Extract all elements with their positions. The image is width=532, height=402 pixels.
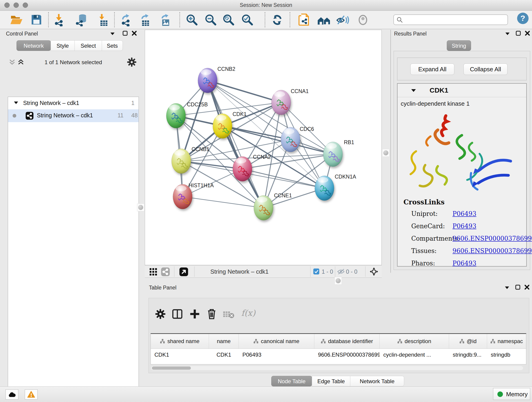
warning-icon: [27, 391, 35, 398]
string-results-container: Expand All Collapse All CDK1 cyclin-depe…: [394, 51, 530, 270]
cell-namespace[interactable]: stringdb: [487, 349, 526, 362]
crosslink-link[interactable]: P06493: [452, 210, 476, 217]
expand-all-button[interactable]: Expand All: [410, 64, 454, 75]
svg-text:CDK1: CDK1: [233, 111, 247, 117]
tab-edge-table[interactable]: Edge Table: [312, 376, 350, 386]
crosslink-link[interactable]: 9606.ENSP00000378699: [452, 235, 532, 242]
table-row[interactable]: CDK1 CDK1 P06493 9606.ENSP00000378699 cy…: [151, 349, 526, 362]
memory-button[interactable]: Memory: [493, 388, 530, 400]
cell-description[interactable]: cyclin-dependent ...: [380, 349, 449, 362]
collapse-all-button[interactable]: Collapse All: [463, 64, 507, 75]
network-collection-row[interactable]: String Network – cdk1 1: [8, 97, 139, 109]
import-network-icon[interactable]: [53, 13, 66, 26]
export-network-icon[interactable]: [120, 13, 133, 26]
table-horizontal-scrollbar[interactable]: [151, 366, 523, 370]
maximize-panel-icon[interactable]: [515, 31, 521, 36]
crosslink-link[interactable]: 9606.ENSP00000378699: [452, 247, 532, 254]
home-houses-icon[interactable]: [317, 13, 331, 26]
cell-canonical-name[interactable]: P06493: [239, 349, 314, 362]
delete-column-icon[interactable]: [206, 308, 217, 320]
statusbar: Memory: [0, 386, 532, 402]
open-session-icon[interactable]: [10, 13, 23, 26]
hidden-count: 0 - 0: [346, 268, 357, 275]
export-image-icon[interactable]: [159, 13, 172, 26]
expand-all-icon[interactable]: [17, 59, 24, 65]
toolbar-separator: [48, 12, 49, 27]
cell-shared-name[interactable]: CDK1: [151, 349, 209, 362]
add-column-icon[interactable]: [190, 309, 200, 319]
cell-name[interactable]: CDK1: [209, 349, 239, 362]
section-expander-icon[interactable]: [411, 89, 416, 92]
search-input[interactable]: [393, 14, 508, 25]
column-header[interactable]: namespac: [487, 334, 526, 349]
column-header[interactable]: database identifier: [314, 334, 380, 349]
crosslink-label: Pharos:: [411, 260, 435, 267]
toolbar-separator: [290, 12, 290, 27]
network-row-selected[interactable]: String Network – cdk1 11 48: [8, 109, 139, 122]
tab-node-table[interactable]: Node Table: [271, 376, 312, 386]
grid-view-icon[interactable]: [149, 268, 157, 276]
zoom-fit-icon[interactable]: [222, 13, 235, 26]
birds-eye-toggle-icon[interactable]: [369, 267, 379, 276]
scrollbar-thumb[interactable]: [152, 366, 191, 370]
refresh-icon[interactable]: [271, 13, 284, 26]
column-header[interactable]: description: [380, 334, 449, 349]
tab-string[interactable]: String: [447, 40, 471, 51]
network-graph[interactable]: CCNB2CCNA1CDC25BCDK1CDC6RB1CCNB1CCNA2CDK…: [145, 30, 381, 265]
cdk1-section: CDK1 cyclin-dependent kinase 1: [397, 83, 527, 267]
import-database-icon[interactable]: [76, 13, 89, 26]
cdk1-section-header[interactable]: CDK1: [398, 84, 526, 97]
toolbar-separator: [114, 12, 115, 27]
control-panel: Control Panel Network Style Select Sets …: [2, 30, 141, 387]
collection-expander-icon[interactable]: [14, 102, 18, 104]
copy-document-icon[interactable]: [298, 13, 311, 27]
gear-icon[interactable]: [127, 57, 137, 67]
close-panel-icon[interactable]: [132, 31, 137, 36]
cloud-status-button[interactable]: [6, 389, 18, 400]
column-header[interactable]: shared name: [151, 334, 209, 349]
right-splitter-handle[interactable]: [382, 149, 389, 157]
footer-separator: [174, 266, 174, 277]
zoom-selected-icon[interactable]: [241, 13, 254, 26]
column-header[interactable]: canonical name: [239, 334, 314, 349]
titlebar: Session: New Session: [0, 0, 532, 11]
export-table-icon[interactable]: [139, 13, 152, 26]
cell-database-identifier[interactable]: 9606.ENSP00000378699: [314, 349, 380, 362]
warnings-button[interactable]: [25, 389, 38, 400]
tab-network[interactable]: Network: [17, 40, 51, 51]
column-header[interactable]: @id: [449, 334, 487, 349]
selected-checkbox-icon[interactable]: [313, 268, 319, 274]
close-panel-icon[interactable]: [524, 284, 530, 290]
table-gear-icon[interactable]: [155, 309, 166, 319]
tab-select[interactable]: Select: [75, 40, 102, 51]
svg-text:CDC6: CDC6: [300, 126, 314, 132]
crosslink-link[interactable]: P06493: [452, 260, 476, 267]
show-eye-icon[interactable]: [356, 13, 369, 26]
detach-view-icon[interactable]: [179, 267, 188, 276]
tab-sets[interactable]: Sets: [102, 40, 123, 51]
left-splitter-handle[interactable]: [137, 204, 144, 211]
results-panel-title: Results Panel: [394, 31, 427, 37]
float-panel-icon[interactable]: [110, 32, 114, 35]
show-columns-icon[interactable]: [172, 309, 183, 319]
column-header[interactable]: name: [209, 334, 239, 349]
import-table-icon[interactable]: [97, 13, 109, 26]
maximize-panel-icon[interactable]: [122, 31, 128, 36]
window-title: Session: New Session: [0, 2, 532, 8]
float-panel-icon[interactable]: [505, 32, 510, 35]
zoom-in-icon[interactable]: [186, 13, 198, 26]
tab-style[interactable]: Style: [51, 40, 75, 51]
network-canvas[interactable]: CCNB2CCNA1CDC25BCDK1CDC6RB1CCNB1CCNA2CDK…: [145, 30, 382, 265]
maximize-panel-icon[interactable]: [515, 284, 520, 290]
collection-label: String Network – cdk1: [23, 100, 79, 106]
float-panel-icon[interactable]: [505, 287, 509, 289]
hide-selected-eye-icon[interactable]: [336, 13, 350, 26]
collapse-all-icon[interactable]: [9, 59, 16, 65]
save-session-icon[interactable]: [30, 13, 43, 26]
cell-id[interactable]: stringdb:9...: [449, 349, 487, 362]
help-icon[interactable]: ?: [517, 12, 529, 25]
close-panel-icon[interactable]: [525, 31, 530, 36]
crosslink-link[interactable]: P06493: [452, 223, 476, 230]
zoom-out-icon[interactable]: [204, 13, 217, 26]
tab-network-table[interactable]: Network Table: [350, 376, 404, 386]
